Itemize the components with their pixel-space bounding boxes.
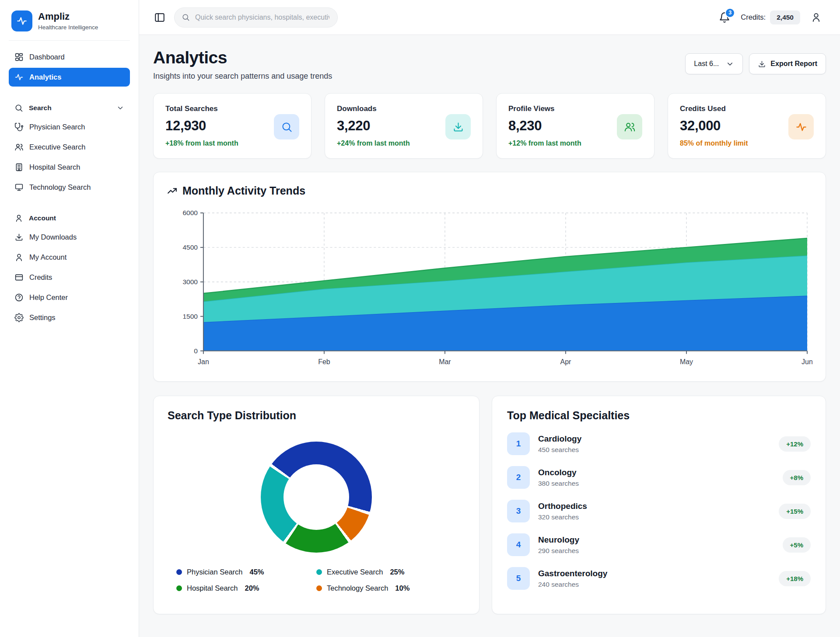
date-range-select[interactable]: Last 6... (685, 53, 743, 74)
sidebar-item-settings[interactable]: Settings (9, 308, 130, 327)
svg-text:4500: 4500 (182, 244, 197, 251)
sidebar-item-label: Technology Search (29, 183, 91, 191)
svg-text:Apr: Apr (560, 358, 572, 365)
stat-card-profile-views: Profile Views8,230+12% from last month (496, 93, 654, 159)
legend-dot (316, 585, 322, 591)
topbar: 3 Credits: 2,450 (139, 0, 840, 35)
sidebar-item-hospital-search[interactable]: Hospital Search (9, 158, 130, 177)
specialty-name: Oncology (538, 468, 579, 477)
gear-icon (14, 313, 24, 322)
sidebar-item-label: Dashboard (29, 53, 65, 61)
sidebar-item-executive-search[interactable]: Executive Search (9, 138, 130, 157)
stat-label: Credits Used (680, 104, 748, 113)
section-label: Search (29, 104, 52, 112)
brand-name: Ampliz (38, 11, 98, 22)
page-subtitle: Insights into your search patterns and u… (153, 72, 332, 81)
sidebar-toggle-icon[interactable] (154, 12, 165, 23)
credits-value: 2,450 (770, 10, 800, 24)
sidebar-item-credits[interactable]: Credits (9, 268, 130, 287)
sidebar-item-label: Help Center (29, 293, 68, 302)
section-label: Account (29, 214, 56, 222)
brand-logo-activity-icon (11, 10, 32, 31)
specialty-delta-badge: +18% (779, 571, 811, 586)
sidebar-section-header-account[interactable]: Account (9, 210, 130, 226)
svg-text:Mar: Mar (439, 358, 451, 365)
stat-value: 8,230 (508, 118, 581, 134)
svg-text:1500: 1500 (182, 313, 197, 320)
stat-value: 12,930 (165, 118, 238, 134)
specialty-name: Orthopedics (538, 501, 587, 511)
sidebar-section-account: AccountMy DownloadsMy AccountCreditsHelp… (9, 210, 130, 327)
sidebar-nav: DashboardAnalyticsSearchPhysician Search… (9, 48, 130, 327)
legend-item-hospital-search: Hospital Search20% (176, 584, 316, 592)
sidebar-item-my-downloads[interactable]: My Downloads (9, 228, 130, 247)
sidebar-item-label: Settings (29, 313, 56, 322)
stethoscope-icon (14, 122, 24, 132)
sidebar-item-technology-search[interactable]: Technology Search (9, 178, 130, 197)
stat-delta: +12% from last month (508, 139, 581, 147)
sidebar-item-analytics[interactable]: Analytics (9, 68, 130, 87)
stat-card-total-searches: Total Searches12,930+18% from last month (153, 93, 312, 159)
specialties-list: 1Cardiology450 searches+12%2Oncology380 … (507, 432, 811, 590)
credits-label: Credits: (741, 13, 766, 21)
legend-percent: 20% (245, 584, 259, 592)
legend-item-physician-search: Physician Search45% (176, 568, 316, 576)
sidebar-item-my-account[interactable]: My Account (9, 248, 130, 267)
sidebar-section-header-search[interactable]: Search (9, 100, 130, 116)
stat-cards-row: Total Searches12,930+18% from last month… (153, 93, 826, 159)
sidebar-item-label: Credits (29, 273, 52, 282)
search-type-distribution-panel: Search Type Distribution Physician Searc… (153, 396, 480, 614)
specialty-searches: 320 searches (538, 513, 587, 521)
stat-iconbox (274, 114, 299, 139)
specialty-delta-badge: +8% (783, 470, 811, 485)
legend-dot (176, 569, 182, 575)
specialty-row-cardiology: 1Cardiology450 searches+12% (507, 432, 811, 455)
legend-item-executive-search: Executive Search25% (316, 568, 456, 576)
legend-label: Physician Search (187, 568, 242, 576)
sidebar-item-physician-search[interactable]: Physician Search (9, 118, 130, 136)
global-search[interactable] (174, 7, 338, 28)
search-input[interactable] (194, 13, 330, 22)
help-icon (14, 293, 24, 302)
specialty-searches: 380 searches (538, 480, 579, 487)
specialty-searches: 450 searches (538, 446, 581, 454)
legend-label: Executive Search (327, 568, 383, 576)
analytics-page: Analytics Insights into your search patt… (139, 35, 840, 637)
sidebar-item-label: Analytics (29, 73, 61, 81)
stat-delta: +24% from last month (337, 139, 410, 147)
legend-percent: 10% (395, 584, 410, 592)
activity-icon (795, 121, 807, 133)
legend-dot (316, 569, 322, 575)
stat-iconbox (788, 114, 814, 139)
stat-card-downloads: Downloads3,220+24% from last month (325, 93, 483, 159)
sidebar-item-label: Physician Search (29, 123, 85, 131)
sidebar-item-label: Executive Search (29, 143, 85, 151)
specialty-row-oncology: 2Oncology380 searches+8% (507, 466, 811, 489)
sidebar: Ampliz Healthcare Intelligence Dashboard… (0, 0, 139, 637)
stat-value: 32,000 (680, 118, 748, 134)
stat-card-credits-used: Credits Used32,00085% of monthly limit (668, 93, 826, 159)
stat-iconbox (617, 114, 642, 139)
specialty-name: Cardiology (538, 434, 581, 444)
user-menu-button[interactable] (811, 12, 822, 23)
sidebar-item-help-center[interactable]: Help Center (9, 288, 130, 307)
export-report-button[interactable]: Export Report (749, 53, 826, 74)
activity-icon (14, 73, 24, 82)
monthly-activity-panel: Monthly Activity Trends 0150030004500600… (153, 172, 826, 382)
notifications-button[interactable]: 3 (719, 12, 730, 23)
stat-label: Downloads (337, 104, 410, 113)
sidebar-item-dashboard[interactable]: Dashboard (9, 48, 130, 66)
specialty-rank: 5 (507, 567, 530, 590)
top-specialties-panel: Top Medical Specialties 1Cardiology450 s… (492, 396, 826, 614)
notification-badge: 3 (725, 8, 735, 18)
search-icon (14, 104, 23, 112)
specialty-row-orthopedics: 3Orthopedics320 searches+15% (507, 500, 811, 522)
specialty-name: Gastroenterology (538, 569, 607, 578)
svg-text:Jan: Jan (198, 358, 209, 365)
svg-text:0: 0 (194, 347, 198, 355)
credit-card-icon (14, 273, 24, 282)
specialty-delta-badge: +5% (783, 537, 811, 553)
sidebar-item-label: Hospital Search (29, 163, 80, 171)
svg-text:3000: 3000 (182, 278, 197, 285)
specialty-searches: 240 searches (538, 581, 607, 588)
